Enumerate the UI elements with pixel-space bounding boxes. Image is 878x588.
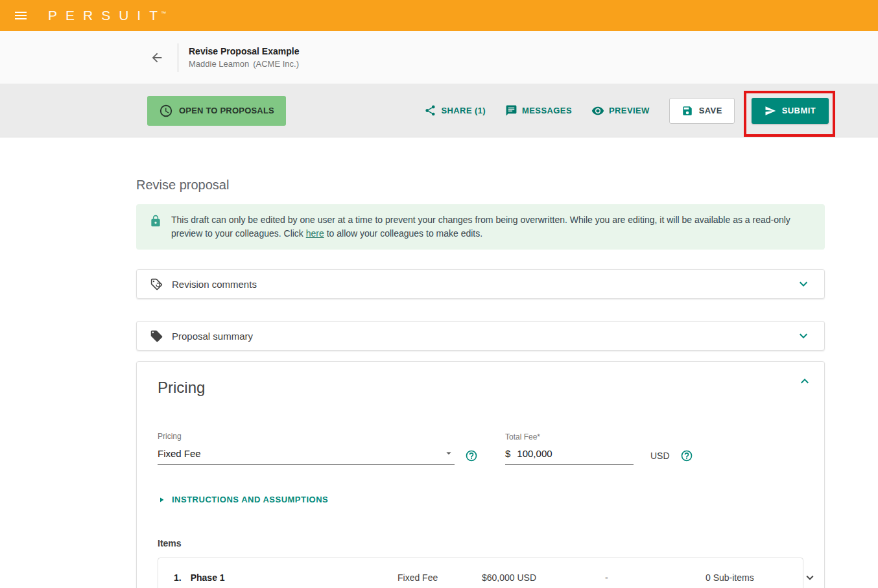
pricing-type-help-icon[interactable] [465,449,478,462]
header-bar: Revise Proposal Example Maddie Leamon(AC… [0,31,878,84]
items-heading: Items [158,538,803,548]
submit-button[interactable]: SUBMIT [752,98,829,124]
notice-here-link[interactable]: here [306,228,324,239]
preview-button-label: PREVIEW [609,106,650,115]
save-icon [682,105,693,117]
pricing-type-label: Pricing [158,432,455,441]
save-button-label: SAVE [699,106,722,115]
proposal-summary-expand-icon[interactable] [796,328,811,344]
item-name: Phase 1 [191,572,225,583]
page-title: Revise proposal [136,178,825,193]
logo-text: PERSUIT [48,8,166,23]
edit-lock-notice: This draft can only be edited by one use… [136,204,825,250]
status-badge-label: OPEN TO PROPOSALS [179,106,274,115]
dropdown-caret-icon [443,447,455,459]
disclosure-triangle-icon [158,496,165,504]
request-subtitle: Maddie Leamon(ACME Inc.) [189,59,299,69]
currency-symbol: $ [505,448,510,459]
pricing-type-field: Pricing Fixed Fee [158,432,455,465]
total-fee-value: 100,000 [517,448,552,459]
clock-icon [159,104,173,118]
pricing-collapse-icon[interactable] [797,373,813,389]
currency-code-label: USD [650,451,670,461]
messages-button[interactable]: MESSAGES [505,104,572,117]
item-expand-icon[interactable] [803,570,817,585]
revision-tag-icon [150,277,163,291]
request-title: Revise Proposal Example [189,46,299,56]
page: PERSUIT™ Revise Proposal Example Maddie … [0,0,878,588]
total-fee-label: Total Fee* [505,432,634,441]
total-fee-field: Total Fee* $ 100,000 [505,432,634,465]
main-content: Revise proposal This draft can only be e… [0,137,878,588]
item-subitems-count: 0 Sub-items [706,572,803,583]
lock-icon [149,215,162,228]
pricing-section-title: Pricing [158,379,803,397]
logo-trademark: ™ [161,10,167,16]
pricing-type-select[interactable]: Fixed Fee [158,447,455,465]
revision-comments-expand-icon[interactable] [796,276,811,292]
item-dash: - [605,572,706,583]
hamburger-menu-icon[interactable] [10,5,31,26]
notice-text-after: to allow your colleagues to make edits. [324,228,482,239]
share-button-label: SHARE (1) [441,106,486,115]
revision-comments-label: Revision comments [172,279,257,290]
status-badge: OPEN TO PROPOSALS [147,96,286,126]
messages-icon [505,104,517,117]
item-amount: $60,000 USD [482,572,605,583]
item-name-cell: 1. Phase 1 [174,572,397,583]
proposal-summary-section[interactable]: Proposal summary [136,321,825,351]
proposal-summary-label: Proposal summary [172,331,253,342]
submit-button-label: SUBMIT [782,106,816,115]
save-button[interactable]: SAVE [669,98,735,124]
instructions-assumptions-toggle[interactable]: INSTRUCTIONS AND ASSUMPTIONS [158,495,803,504]
total-fee-input[interactable]: $ 100,000 [505,448,634,465]
requester-name: Maddie Leamon [189,59,249,69]
pricing-type-value: Fixed Fee [158,448,443,459]
revision-comments-section[interactable]: Revision comments [136,269,825,299]
messages-button-label: MESSAGES [522,106,572,115]
action-toolbar: OPEN TO PROPOSALS SHARE (1) MESSAGES PRE… [0,84,878,137]
eye-icon [591,104,604,117]
instructions-assumptions-label: INSTRUCTIONS AND ASSUMPTIONS [172,495,328,504]
back-arrow-icon[interactable] [144,45,170,71]
edit-lock-notice-text: This draft can only be edited by one use… [171,213,794,241]
share-button[interactable]: SHARE (1) [424,104,486,117]
header-divider [178,43,178,72]
item-index: 1. [174,572,182,583]
requester-org: (ACME Inc.) [253,59,299,69]
persuit-logo: PERSUIT™ [48,8,167,23]
item-fee-type: Fixed Fee [397,572,482,583]
total-fee-help-icon[interactable] [680,449,693,462]
pricing-section: Pricing Pricing Fixed Fee [136,361,825,588]
share-icon [424,104,436,117]
pricing-form-row: Pricing Fixed Fee Total Fee* [158,432,803,465]
app-bar: PERSUIT™ [0,0,878,31]
header-titles: Revise Proposal Example Maddie Leamon(AC… [189,46,299,69]
pricing-item-row[interactable]: 1. Phase 1 Fixed Fee $60,000 USD - 0 Sub… [158,558,803,588]
preview-button[interactable]: PREVIEW [591,104,650,117]
send-icon [765,105,776,117]
tag-icon [150,329,163,343]
